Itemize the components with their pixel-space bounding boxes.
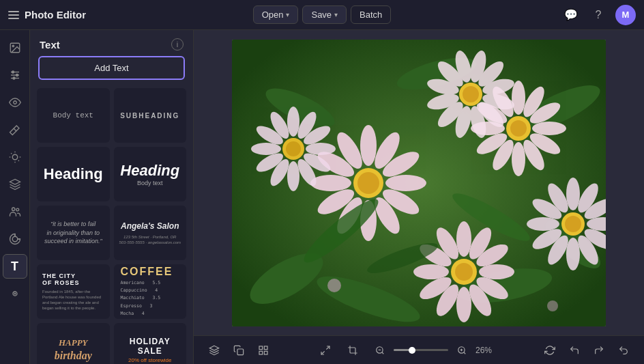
- bottom-toolbar: 26%: [194, 335, 644, 364]
- sidebar-icon-image[interactable]: [3, 36, 27, 60]
- panel-title: Text: [40, 39, 60, 51]
- svg-point-30: [360, 125, 377, 166]
- refresh-icon[interactable]: [540, 341, 559, 360]
- svg-point-78: [456, 287, 471, 322]
- text-card-city-of-roses[interactable]: THE CITYOF ROSES Founded in 1845, after …: [37, 264, 110, 319]
- text-card-body-text[interactable]: Body text: [37, 88, 110, 143]
- canvas-image[interactable]: [232, 40, 606, 326]
- sidebar-icon-effects[interactable]: [3, 145, 27, 169]
- text-panel: Text i Add Text Body text SUBHEADING Hea…: [30, 30, 194, 364]
- icon-sidebar: T: [0, 30, 30, 364]
- menu-icon[interactable]: [8, 11, 19, 19]
- svg-point-85: [455, 263, 473, 281]
- text-card-heading-bold[interactable]: Heading: [37, 147, 110, 201]
- svg-point-99: [463, 86, 479, 102]
- svg-point-5: [12, 71, 14, 73]
- topbar-center: Open ▾ Save ▾ Batch: [253, 5, 392, 24]
- svg-point-18: [12, 208, 15, 211]
- zoom-in-icon[interactable]: [452, 341, 471, 360]
- grid-icon[interactable]: [254, 341, 273, 360]
- svg-point-115: [547, 300, 558, 311]
- sidebar-icon-people[interactable]: [3, 199, 27, 224]
- svg-point-114: [327, 279, 341, 292]
- svg-point-10: [12, 154, 18, 160]
- svg-line-9: [13, 128, 16, 132]
- svg-point-61: [306, 143, 336, 155]
- svg-rect-123: [264, 351, 267, 354]
- sidebar-icon-adjustments[interactable]: [3, 63, 27, 87]
- svg-point-43: [357, 172, 379, 194]
- text-card-subheading[interactable]: SUBHEADING: [114, 88, 187, 143]
- sidebar-icon-magic[interactable]: [3, 117, 27, 142]
- svg-point-7: [13, 77, 15, 79]
- svg-point-71: [286, 141, 301, 156]
- expand-icon[interactable]: [316, 341, 335, 360]
- chevron-down-icon: ▾: [334, 11, 338, 18]
- open-button[interactable]: Open ▾: [253, 5, 299, 24]
- svg-line-13: [11, 153, 12, 154]
- svg-point-57: [510, 120, 527, 137]
- canvas-area: 26%: [194, 30, 644, 364]
- app-title: Photo Editor: [25, 9, 86, 20]
- svg-point-81: [413, 264, 449, 279]
- svg-point-19: [16, 208, 18, 211]
- text-card-coffee[interactable]: COFFEE Americano 5.5 Cappuccino 4 Macchi…: [114, 264, 187, 319]
- svg-point-109: [527, 217, 559, 231]
- history-icon[interactable]: [614, 341, 633, 360]
- crop-icon[interactable]: [343, 341, 362, 360]
- toolbar-right: [540, 341, 633, 360]
- help-icon[interactable]: ?: [588, 5, 609, 25]
- svg-point-44: [512, 81, 525, 115]
- copy-icon[interactable]: [229, 341, 248, 360]
- svg-point-6: [16, 74, 18, 76]
- redo-icon[interactable]: [589, 341, 609, 360]
- svg-point-33: [385, 175, 426, 191]
- text-card-script-quote[interactable]: "it is better to failin originality than…: [37, 206, 110, 260]
- svg-line-128: [382, 352, 384, 354]
- zoom-out-icon[interactable]: [370, 341, 390, 360]
- comment-icon[interactable]: 💬: [561, 5, 581, 25]
- text-card-grid: Body text SUBHEADING Heading Heading Bod…: [30, 88, 193, 364]
- svg-point-75: [479, 264, 514, 279]
- svg-point-64: [287, 161, 299, 191]
- text-card-salon[interactable]: Angela's Salon 123 5th Street · Portland…: [114, 206, 187, 260]
- main-area: T Text i Add Text Body text SUBHEADING: [0, 30, 644, 364]
- sidebar-icon-draw[interactable]: [3, 281, 27, 306]
- batch-button[interactable]: Batch: [351, 5, 391, 24]
- zoom-slider[interactable]: [394, 349, 448, 351]
- undo-icon[interactable]: [565, 341, 584, 360]
- topbar: Photo Editor Open ▾ Save ▾ Batch 💬 ? M: [0, 0, 644, 30]
- info-icon[interactable]: i: [171, 38, 184, 51]
- svg-rect-122: [264, 346, 267, 350]
- toolbar-left: [205, 341, 273, 360]
- topbar-left: Photo Editor: [8, 9, 253, 20]
- svg-line-126: [321, 351, 325, 354]
- svg-point-39: [310, 175, 351, 191]
- svg-marker-119: [209, 346, 218, 350]
- svg-rect-124: [259, 351, 263, 354]
- add-text-button[interactable]: Add Text: [38, 56, 185, 80]
- svg-line-131: [464, 352, 466, 354]
- zoom-control: 26%: [370, 341, 497, 360]
- svg-point-47: [532, 122, 566, 135]
- save-button[interactable]: Save ▾: [302, 5, 347, 24]
- svg-line-14: [18, 160, 18, 161]
- sidebar-icon-stickers[interactable]: [3, 227, 27, 251]
- zoom-percent: 26%: [475, 346, 497, 355]
- svg-point-1: [12, 45, 14, 46]
- sidebar-icon-layers[interactable]: [3, 172, 27, 197]
- svg-rect-120: [237, 349, 244, 355]
- avatar[interactable]: M: [615, 5, 636, 25]
- text-card-heading-serif[interactable]: Heading Body text: [114, 147, 187, 201]
- svg-point-72: [456, 221, 471, 257]
- text-card-holiday-sale[interactable]: HOLIDAYSALE 20% off storewide: [114, 323, 187, 364]
- svg-point-21: [14, 293, 16, 294]
- chevron-down-icon: ▾: [286, 11, 289, 18]
- text-card-birthday[interactable]: HAPPYbirthday: [37, 323, 110, 364]
- layers-stack-icon[interactable]: [205, 341, 224, 360]
- sidebar-icon-eye[interactable]: [3, 90, 27, 115]
- sidebar-icon-text[interactable]: T: [3, 254, 27, 279]
- topbar-right: 💬 ? M: [391, 5, 636, 25]
- svg-point-8: [13, 101, 16, 104]
- svg-line-125: [326, 346, 330, 350]
